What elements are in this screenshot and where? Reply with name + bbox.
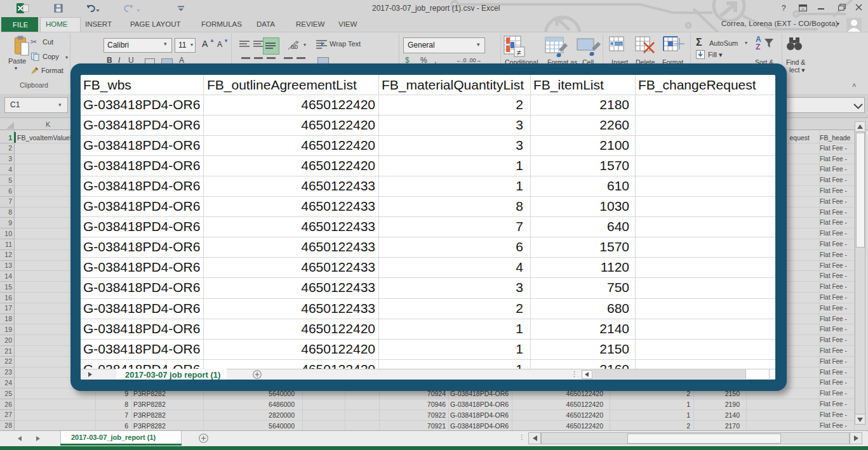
svg-text:ab: ab: [291, 43, 298, 50]
svg-text:≠: ≠: [517, 48, 521, 57]
